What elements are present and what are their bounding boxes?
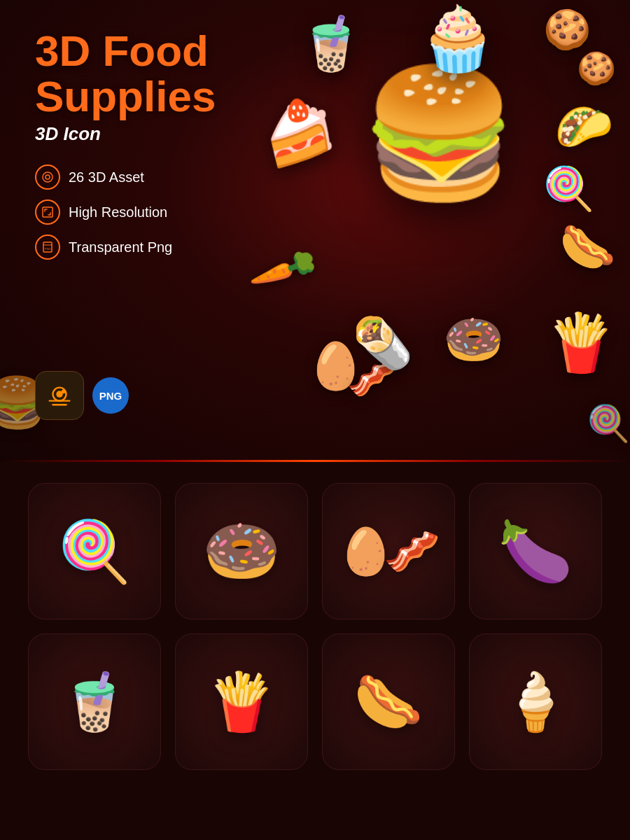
carrot-hero: 🥕: [248, 236, 322, 303]
png-icon: PNG: [35, 234, 60, 260]
fries-icon-emoji: 🍟: [206, 669, 276, 735]
donut-icon-emoji: 🍩: [202, 514, 281, 588]
format-badges: PNG: [35, 371, 129, 420]
cookie1-hero: 🍪: [543, 10, 592, 49]
hotdog-icon-emoji: 🌭: [354, 669, 424, 735]
png-badge: PNG: [92, 377, 129, 414]
extra-food-right: 🍭: [587, 406, 630, 441]
feature-list: 26 3D Asset High Resolution: [35, 164, 216, 260]
lollipop-icon-emoji: 🍭: [57, 517, 132, 587]
icon-card-donut: 🍩: [175, 483, 308, 620]
icon-grid-row2: 🧋 🍟 🌭 🍦: [28, 634, 602, 770]
svg-rect-2: [43, 207, 52, 217]
feature-item-asset: 26 3D Asset: [35, 164, 216, 190]
svg-point-0: [43, 172, 52, 182]
egg-hero: 🥚: [307, 343, 364, 388]
title-line2: Supplies: [35, 72, 216, 120]
title-line1: 3D Food: [35, 27, 209, 75]
burger-hero: 🍔: [360, 70, 518, 196]
svg-text:PNG: PNG: [45, 247, 51, 251]
cake-slice-hero: 🍰: [257, 95, 340, 167]
lollipop-hero: 🍭: [542, 168, 595, 210]
hotdog-hero: 🌭: [559, 224, 616, 270]
icon-grid-row1: 🍭 🍩 🥚 🥓 🍆: [28, 483, 602, 620]
svg-point-9: [62, 389, 66, 393]
icecream-icon-emoji: 🍦: [500, 669, 570, 735]
hero-section: 3D Food Supplies 3D Icon 26 3D Asset: [0, 0, 630, 462]
taco-hero: 🌮: [552, 100, 616, 155]
grid-section: 🍭 🍩 🥚 🥓 🍆 🧋 🍟 🌭 🍦: [0, 462, 630, 840]
wrap-hero: 🌯: [352, 318, 413, 368]
bacon-icon-emoji: 🥓: [384, 525, 440, 578]
feature-item-resolution: High Resolution: [35, 200, 216, 225]
coffee-hero: 🧋: [298, 18, 364, 70]
donut-hero: 🍩: [443, 315, 504, 364]
asset-count-text: 26 3D Asset: [69, 169, 144, 186]
fries-hero: 🍟: [546, 315, 616, 371]
icon-card-icecream: 🍦: [469, 634, 602, 770]
icon-card-milkshake: 🧋: [28, 634, 161, 770]
resolution-text: High Resolution: [69, 204, 167, 220]
resolution-icon: [35, 200, 60, 225]
icon-card-hotdog: 🌭: [322, 634, 455, 770]
cupcake-hero: 🧁: [419, 7, 497, 70]
divider: [0, 460, 630, 462]
milkshake-icon-emoji: 🧋: [59, 669, 130, 735]
blender-badge: [35, 371, 84, 420]
bacon-hero: 🥓: [346, 357, 399, 399]
asset-icon: [35, 164, 60, 190]
icon-card-eggplant: 🍆: [469, 483, 602, 620]
title-area: 3D Food Supplies 3D Icon 26 3D Asset: [35, 28, 216, 260]
svg-point-1: [46, 175, 50, 179]
icon-card-fries: 🍟: [175, 634, 308, 770]
cookie2-hero: 🍪: [577, 52, 616, 84]
main-title: 3D Food Supplies: [35, 28, 216, 119]
eggplant-icon-emoji: 🍆: [498, 517, 573, 587]
icon-card-bacon-egg: 🥚 🥓: [322, 483, 455, 620]
png-text: Transparent Png: [69, 239, 172, 255]
feature-item-png: PNG Transparent Png: [35, 234, 216, 260]
png-badge-label: PNG: [99, 390, 122, 402]
subtitle: 3D Icon: [35, 123, 216, 145]
icon-card-lollipop: 🍭: [28, 483, 161, 620]
